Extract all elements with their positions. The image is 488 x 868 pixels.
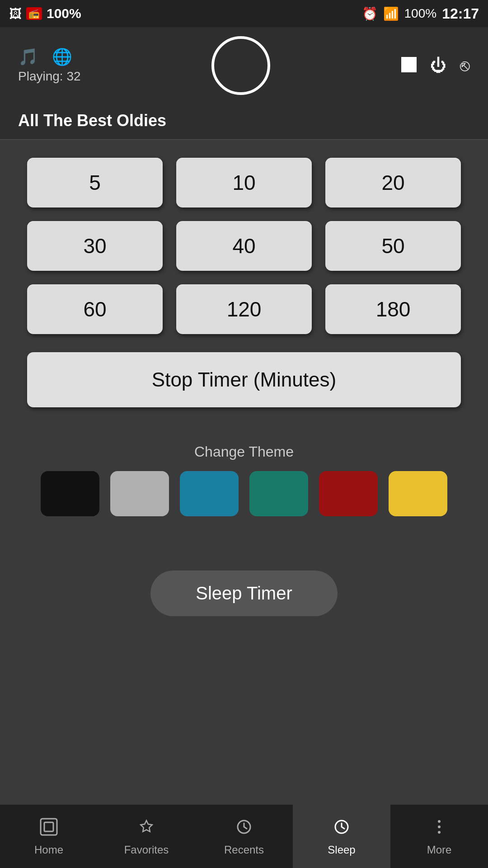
nav-label-home: Home [34,844,63,856]
timer-button-t120[interactable]: 120 [176,284,312,334]
sleep-timer-wrapper: Sleep Timer [0,571,488,616]
station-name: All The Best Oldies [18,111,166,130]
timer-button-t30[interactable]: 30 [27,221,163,271]
nav-icon-more [429,817,449,840]
top-left: 🎵 🌐 Playing: 32 [18,47,81,84]
timer-section: 5102030405060120180 Stop Timer (Minutes) [0,140,488,443]
nav-icon-sleep [332,817,352,840]
nav-item-sleep[interactable]: Sleep [293,805,390,868]
playing-label: Playing: 32 [18,69,81,84]
theme-section: Change Theme [0,443,488,534]
svg-rect-0 [41,819,57,835]
station-title-bar: All The Best Oldies [0,104,488,140]
theme-color-gray[interactable] [110,471,169,516]
alarm-icon: ⏰ [362,6,378,21]
globe-icon[interactable]: 🌐 [52,47,72,66]
svg-point-6 [438,831,441,834]
timer-button-t5[interactable]: 5 [27,158,163,208]
theme-color-teal-green[interactable] [249,471,308,516]
top-icons-left: 🎵 🌐 [18,47,72,66]
pause-button[interactable] [211,36,270,95]
status-bar: 🖼 📻 100% ⏰ 📶 100% 12:17 [0,0,488,27]
nav-item-more[interactable]: More [390,805,488,868]
nav-label-favorites: Favorites [124,844,169,856]
theme-color-yellow[interactable] [389,471,447,516]
nav-label-recents: Recents [224,844,264,856]
sleep-timer-button[interactable]: Sleep Timer [150,571,337,616]
nav-label-more: More [427,844,452,856]
status-count: 100% [47,6,81,21]
timer-grid: 5102030405060120180 [27,158,461,334]
theme-colors [27,471,461,516]
nav-label-sleep: Sleep [328,844,355,856]
battery-text: 100% [404,6,437,21]
theme-label: Change Theme [27,443,461,460]
nav-icon-home [39,817,59,840]
nav-icon-favorites [136,817,156,840]
radio-icon: 📻 [26,7,42,20]
time-display: 12:17 [442,5,479,22]
nav-item-home[interactable]: Home [0,805,98,868]
nav-icon-recents [234,817,254,840]
theme-color-teal-blue[interactable] [180,471,239,516]
share-icon[interactable]: ⎋ [460,56,470,75]
theme-color-dark-red[interactable] [319,471,378,516]
timer-button-t180[interactable]: 180 [325,284,461,334]
stop-icon[interactable] [401,57,417,74]
bottom-navigation: HomeFavoritesRecentsSleepMore [0,805,488,868]
svg-rect-1 [44,822,53,831]
timer-button-t60[interactable]: 60 [27,284,163,334]
theme-color-black[interactable] [41,471,99,516]
nav-item-favorites[interactable]: Favorites [98,805,195,868]
timer-button-t10[interactable]: 10 [176,158,312,208]
stop-timer-button[interactable]: Stop Timer (Minutes) [27,352,461,407]
svg-point-4 [438,820,441,823]
timer-button-t50[interactable]: 50 [325,221,461,271]
photo-icon: 🖼 [9,6,22,21]
top-controls: 🎵 🌐 Playing: 32 ⏻ ⎋ [0,27,488,104]
nav-item-recents[interactable]: Recents [195,805,293,868]
music-note-icon[interactable]: 🎵 [18,47,38,66]
status-right: ⏰ 📶 100% 12:17 [362,5,479,22]
timer-button-t20[interactable]: 20 [325,158,461,208]
top-right: ⏻ ⎋ [401,56,470,75]
power-icon[interactable]: ⏻ [430,56,446,75]
wifi-icon: 📶 [383,6,399,21]
svg-point-5 [438,826,441,828]
status-left: 🖼 📻 100% [9,6,81,21]
timer-button-t40[interactable]: 40 [176,221,312,271]
